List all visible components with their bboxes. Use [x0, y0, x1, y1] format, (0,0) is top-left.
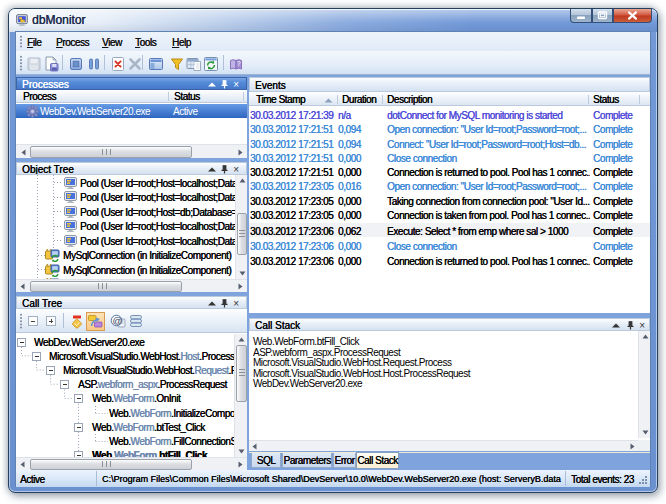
svg-text:?: ? — [237, 60, 241, 67]
svg-text:@: @ — [113, 315, 123, 326]
